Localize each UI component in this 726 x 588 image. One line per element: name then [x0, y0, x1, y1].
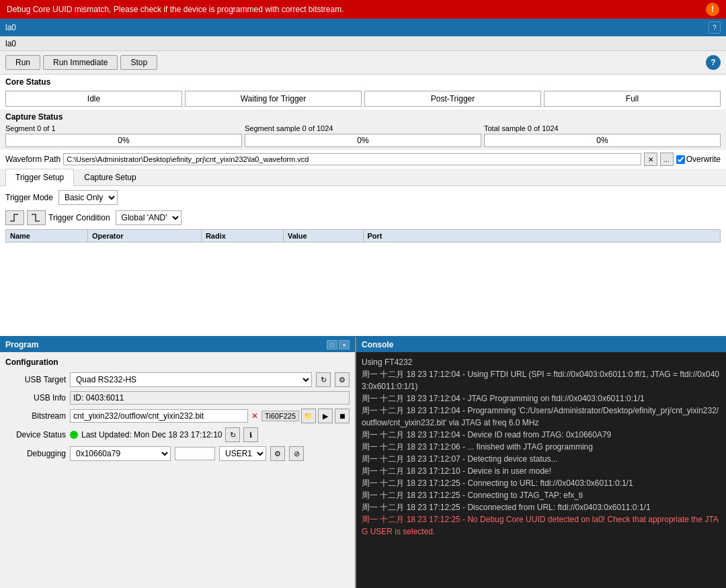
usb-target-select[interactable]: Quad RS232-HS — [70, 372, 312, 387]
tab-capture-setup[interactable]: Capture Setup — [74, 169, 146, 185]
trigger-mode-label: Trigger Mode — [5, 193, 53, 202]
core-status-idle: Idle — [5, 91, 182, 107]
trigger-table-header-port: Port — [363, 230, 721, 243]
bitstream-row: Bitstream ✕ Ti60F225 📁 ▶ ⏹ — [5, 409, 350, 423]
waveform-clear-btn[interactable]: ✕ — [644, 153, 657, 166]
device-status-label: Device Status — [5, 430, 66, 439]
chip-badge: Ti60F225 — [261, 411, 299, 421]
program-minimize-icon[interactable]: □ — [327, 340, 337, 349]
trigger-cond-row: Trigger Condition Global 'AND' Global 'O… — [48, 210, 182, 225]
trigger-cond-select[interactable]: Global 'AND' Global 'OR' — [116, 210, 182, 225]
usb-target-label: USB Target — [5, 375, 66, 384]
top-area: Run Run Immediate Stop ? Core Status Idl… — [0, 51, 726, 336]
usb-settings-btn[interactable]: ⚙ — [335, 372, 350, 387]
bitstream-stop-btn[interactable]: ⏹ — [335, 409, 350, 423]
trigger-table-header-operator: Operator — [88, 230, 202, 243]
waveform-path-row: Waveform Path ✕ ... Overwrite — [0, 150, 726, 169]
help-button[interactable]: ? — [706, 55, 721, 70]
debugging-label: Debugging — [5, 449, 66, 458]
debugging-select[interactable]: 0x10660a79 — [70, 446, 171, 461]
console-line: 周一 十二月 18 23 17:12:07 - Detecting device… — [362, 453, 721, 465]
waveform-path-label: Waveform Path — [5, 155, 61, 164]
program-panel-icons: □ × — [327, 340, 350, 349]
program-close-icon[interactable]: × — [339, 340, 350, 349]
trigger-mode-select[interactable]: Basic Only Advanced — [58, 190, 118, 205]
usb-info-label: USB Info — [5, 393, 66, 403]
bitstream-label: Bitstream — [5, 411, 66, 421]
console-line: 周一 十二月 18 23 17:12:25 - Connecting to JT… — [362, 489, 721, 501]
capture-segment: Segment 0 of 1 0% — [5, 124, 242, 147]
trigger-cond-label: Trigger Condition — [48, 213, 110, 222]
window-help-icon[interactable]: ? — [709, 22, 721, 34]
waveform-browse-btn[interactable]: ... — [660, 153, 674, 166]
error-icon[interactable]: ! — [706, 3, 719, 16]
toolbar: Run Run Immediate Stop ? — [0, 51, 726, 75]
capture-total-sample: Total sample 0 of 1024 0% — [484, 124, 721, 147]
debugging-config-btn[interactable]: ⚙ — [270, 446, 285, 461]
window-title: la0 — [5, 23, 16, 32]
trigger-content: Trigger Mode Basic Only Advanced Trigger… — [0, 186, 726, 336]
debugging-cancel-btn[interactable]: ⊘ — [289, 446, 304, 461]
segment-sample-progress: 0% — [245, 134, 481, 147]
capture-grid: Segment 0 of 1 0% Segment sample 0 of 10… — [5, 124, 721, 147]
usb-info-value: ID: 0403:6011 — [70, 391, 350, 405]
trigger-falling-btn[interactable] — [27, 210, 46, 225]
overwrite-checkbox[interactable] — [676, 155, 685, 164]
debugging-text-input[interactable] — [175, 447, 215, 460]
console-body[interactable]: Using FT4232周一 十二月 18 23 17:12:04 - Usin… — [356, 352, 726, 588]
bitstream-program-btn[interactable]: ▶ — [318, 409, 333, 423]
capture-status-label: Capture Status — [5, 112, 721, 122]
run-immediate-button[interactable]: Run Immediate — [43, 55, 118, 70]
bitstream-input[interactable] — [70, 409, 248, 423]
capture-status: Capture Status Segment 0 of 1 0% Segment… — [0, 110, 726, 150]
trigger-mode-row: Trigger Mode Basic Only Advanced — [5, 190, 721, 205]
console-line: 周一 十二月 18 23 17:12:04 - Device ID read f… — [362, 429, 721, 441]
sub-title: la0 — [0, 36, 726, 51]
usb-info-row: USB Info ID: 0403:6011 — [5, 391, 350, 405]
rising-edge-icon — [9, 213, 21, 222]
overwrite-label: Overwrite — [676, 155, 721, 164]
device-refresh-btn[interactable]: ↻ — [225, 427, 240, 442]
device-info-btn[interactable]: ℹ — [243, 427, 258, 442]
stop-button[interactable]: Stop — [120, 55, 157, 70]
program-panel: Program □ × Configuration USB Target Qua… — [0, 337, 356, 588]
user-select[interactable]: USER1 — [219, 446, 266, 461]
waveform-path-input[interactable] — [63, 153, 641, 165]
falling-edge-icon — [30, 213, 42, 222]
trigger-rising-btn[interactable] — [5, 210, 24, 225]
trigger-table-header-value: Value — [283, 230, 363, 243]
bitstream-open-btn[interactable]: 📁 — [301, 409, 316, 423]
core-status: Idle Waiting for Trigger Post-Trigger Fu… — [0, 88, 726, 110]
error-bar: Debug Core UUID mismatch, Please check i… — [0, 0, 726, 19]
console-line: 周一 十二月 18 23 17:12:25 - Connecting to UR… — [362, 477, 721, 489]
capture-segment-sample: Segment sample 0 of 1024 0% — [245, 124, 481, 147]
console-line: 周一 十二月 18 23 17:12:04 - Programming 'C:/… — [362, 405, 721, 429]
total-sample-label: Total sample 0 of 1024 — [484, 124, 721, 132]
program-body: Configuration USB Target Quad RS232-HS ↻… — [0, 352, 355, 588]
config-label: Configuration — [5, 358, 350, 367]
bottom-panels: Program □ × Configuration USB Target Qua… — [0, 336, 726, 588]
trigger-buttons: Trigger Condition Global 'AND' Global 'O… — [5, 210, 721, 225]
device-status-row: Device Status Last Updated: Mon Dec 18 2… — [5, 427, 350, 442]
segment-label: Segment 0 of 1 — [5, 124, 242, 132]
console-line: 周一 十二月 18 23 17:12:06 - ... finished wit… — [362, 441, 721, 453]
toolbar-left: Run Run Immediate Stop — [5, 55, 157, 70]
bitstream-clear-btn[interactable]: ✕ — [250, 411, 259, 421]
device-status-value: Last Updated: Mon Dec 18 23 17:12:10 — [81, 430, 222, 439]
run-button[interactable]: Run — [5, 55, 40, 70]
console-line: Using FT4232 — [362, 356, 721, 368]
core-status-waiting: Waiting for Trigger — [185, 91, 362, 107]
usb-refresh-btn[interactable]: ↻ — [316, 372, 331, 387]
device-status-dot — [70, 431, 78, 439]
tab-trigger-setup[interactable]: Trigger Setup — [5, 169, 74, 186]
debugging-row: Debugging 0x10660a79 USER1 ⚙ ⊘ — [5, 446, 350, 461]
console-line: 周一 十二月 18 23 17:12:25 - No Debug Core UU… — [362, 513, 721, 538]
program-panel-title: Program □ × — [0, 337, 355, 352]
core-status-label: Core Status — [0, 75, 726, 88]
trigger-table-header-radix: Radix — [201, 230, 283, 243]
usb-target-row: USB Target Quad RS232-HS ↻ ⚙ — [5, 372, 350, 387]
console-panel-title: Console — [356, 337, 726, 352]
console-line: 周一 十二月 18 23 17:12:10 - Device is in use… — [362, 465, 721, 477]
console-line: 周一 十二月 18 23 17:12:04 - JTAG Programming… — [362, 392, 721, 405]
console-line: 周一 十二月 18 23 17:12:25 - Disconnected fro… — [362, 501, 721, 513]
